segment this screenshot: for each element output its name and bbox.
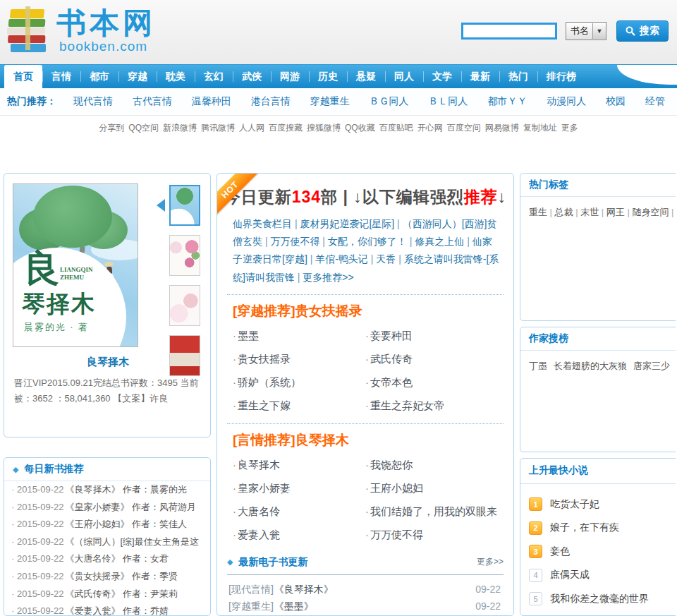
book-link[interactable]: 良琴择木 bbox=[233, 459, 365, 472]
book-link[interactable]: 女帝本色 bbox=[365, 376, 498, 389]
rank-row[interactable]: 4 庶偶天成 bbox=[529, 564, 676, 588]
recommend-link[interactable]: 修真之上仙 bbox=[415, 236, 472, 247]
share-link[interactable]: 更多 bbox=[561, 123, 578, 133]
recommend-link[interactable]: 废材男妃逆袭记[星际] bbox=[300, 218, 402, 229]
daily-list-item[interactable]: 2015-09-22《武氏传奇》 作者：尹茉莉 bbox=[4, 586, 210, 603]
rank-row[interactable]: 6 哑夫农妇 bbox=[529, 611, 676, 616]
nav-item[interactable]: 穿越 bbox=[118, 65, 157, 88]
daily-list-item[interactable]: 2015-09-22《皇家小娇妻》 作者：风荷游月 bbox=[4, 499, 210, 517]
tag-link[interactable]: 末世 bbox=[580, 207, 606, 217]
book-link[interactable]: 我饶恕你 bbox=[365, 459, 498, 472]
book-link[interactable]: 墨墨 bbox=[233, 330, 365, 343]
ebook-category[interactable]: [穿越重生] bbox=[228, 598, 274, 615]
author-link[interactable]: 唐家三少 bbox=[633, 361, 670, 371]
share-link[interactable]: 新浪微博 bbox=[163, 123, 197, 133]
subnav-item[interactable]: ＢＬ同人 bbox=[428, 95, 468, 107]
arrow-left-icon[interactable] bbox=[157, 199, 165, 212]
author-link[interactable]: 丁墨 bbox=[529, 361, 547, 371]
subnav-item[interactable]: 经管 bbox=[645, 95, 665, 107]
book-link[interactable]: 万万使不得 bbox=[365, 529, 498, 542]
nav-item[interactable]: 网游 bbox=[271, 65, 309, 88]
recommend-link[interactable]: 更多推荐>> bbox=[303, 272, 353, 283]
book-link[interactable]: 重生之下嫁 bbox=[233, 399, 365, 413]
share-link[interactable]: 人人网 bbox=[239, 123, 264, 133]
nav-item[interactable]: 最新 bbox=[461, 65, 499, 88]
nav-item[interactable]: 武侠 bbox=[233, 65, 271, 88]
share-link[interactable]: 分享到 bbox=[99, 123, 124, 133]
featured-book-cover[interactable]: 良 LIANGQIN ZHEMU 琴择木 晨雾的光 · 著 bbox=[13, 183, 138, 347]
rank-row[interactable]: 2 娘子，在下有疾 bbox=[529, 517, 676, 540]
nav-item[interactable]: 历史 bbox=[309, 65, 347, 88]
share-link[interactable]: 网易微博 bbox=[485, 123, 519, 133]
recommend-link[interactable]: 仙界美食栏目 bbox=[233, 218, 300, 229]
site-logo[interactable]: 书本网 bookben.com bbox=[7, 4, 156, 57]
book-link[interactable]: 我们结婚了，用我的双眼来 bbox=[365, 505, 498, 519]
recommend-link[interactable]: 女配，你们够了！ bbox=[328, 236, 415, 247]
thumbnail-3[interactable] bbox=[169, 285, 200, 326]
book-link[interactable]: 贵女扶摇录 bbox=[233, 353, 365, 366]
nav-item[interactable]: 热门 bbox=[499, 65, 537, 88]
nav-item[interactable]: 都市 bbox=[80, 65, 118, 88]
more-link[interactable]: 更多>> bbox=[477, 556, 504, 568]
share-link[interactable]: 开心网 bbox=[417, 123, 443, 133]
nav-item[interactable]: 首页 bbox=[4, 65, 42, 88]
daily-list-item[interactable]: 2015-09-22《（综同人）[综]最佳女主角是这 bbox=[4, 533, 210, 551]
subnav-item[interactable]: 温馨种田 bbox=[192, 95, 231, 107]
share-link[interactable]: 百度空间 bbox=[447, 123, 481, 133]
search-button[interactable]: 搜索 bbox=[616, 20, 669, 42]
nav-item[interactable]: 悬疑 bbox=[347, 65, 385, 88]
rank-row[interactable]: 3 妾色 bbox=[529, 540, 676, 564]
daily-list-item[interactable]: 2015-09-22《大唐名伶》 作者：女君 bbox=[4, 550, 210, 568]
book-link[interactable]: 妾要种田 bbox=[365, 330, 498, 343]
daily-list-item[interactable]: 2015-09-22《贵女扶摇录》 作者：季贤 bbox=[4, 568, 210, 586]
tag-link[interactable]: 网王 bbox=[606, 207, 633, 217]
book-link[interactable]: 武氏传奇 bbox=[365, 353, 498, 366]
subnav-item[interactable]: 校园 bbox=[606, 95, 626, 107]
crossover-recommend-title[interactable]: [穿越推荐]贵女扶摇录 bbox=[217, 299, 513, 320]
book-link[interactable]: 重生之弃妃女帝 bbox=[365, 399, 498, 413]
ebook-title[interactable]: 《墨墨》 bbox=[274, 598, 314, 615]
nav-item[interactable]: 文学 bbox=[423, 65, 461, 88]
subnav-item[interactable]: 古代言情 bbox=[133, 95, 172, 107]
book-link[interactable]: 皇家小娇妻 bbox=[233, 482, 365, 495]
subnav-item[interactable]: 港台言情 bbox=[251, 95, 291, 107]
subnav-item[interactable]: 都市ＹＹ bbox=[487, 95, 527, 107]
tag-link[interactable]: 随身空间 bbox=[632, 207, 676, 217]
daily-list-item[interactable]: 2015-09-22《爱妻入瓮》 作者：乔婧 bbox=[4, 603, 210, 616]
subnav-item[interactable]: ＢＧ同人 bbox=[369, 95, 408, 107]
book-link[interactable]: 骄妒（系统） bbox=[233, 376, 365, 389]
nav-item[interactable]: 耽美 bbox=[157, 65, 195, 88]
tag-link[interactable]: 总裁 bbox=[555, 207, 581, 217]
search-category-select[interactable]: 书名 ▼ bbox=[566, 22, 606, 40]
rank-row[interactable]: 5 我和你差之微毫的世界 bbox=[529, 587, 676, 611]
thumbnail-4[interactable] bbox=[169, 335, 200, 376]
subnav-item[interactable]: 穿越重生 bbox=[310, 95, 350, 107]
share-link[interactable]: 百度搜藏 bbox=[269, 123, 303, 133]
thumbnail-2[interactable] bbox=[169, 235, 200, 276]
share-link[interactable]: 复制地址 bbox=[523, 123, 557, 133]
recommend-link[interactable]: 万万使不得 bbox=[270, 236, 327, 247]
share-link[interactable]: 搜狐微博 bbox=[307, 123, 341, 133]
recommend-link[interactable]: 羊倌-鸭头记 bbox=[315, 253, 376, 265]
rank-row[interactable]: 1 吃货太子妃 bbox=[529, 493, 676, 517]
share-link[interactable]: 腾讯微博 bbox=[201, 123, 235, 133]
subnav-item[interactable]: 动漫同人 bbox=[547, 95, 586, 107]
ebook-title[interactable]: 《良琴择木》 bbox=[274, 581, 334, 598]
tag-link[interactable]: 重生 bbox=[529, 207, 555, 217]
share-link[interactable]: 百度贴吧 bbox=[379, 123, 413, 133]
nav-item[interactable]: 言情 bbox=[42, 65, 80, 88]
nav-item[interactable]: 玄幻 bbox=[195, 65, 233, 88]
share-link[interactable]: QQ空间 bbox=[128, 123, 159, 133]
daily-list-item[interactable]: 2015-09-22《王府小媳妇》 作者：笑佳人 bbox=[4, 516, 210, 533]
author-link[interactable]: 长着翅膀的大灰狼 bbox=[554, 361, 627, 371]
share-link[interactable]: QQ收藏 bbox=[345, 123, 375, 133]
nav-item[interactable]: 同人 bbox=[385, 65, 423, 88]
book-link[interactable]: 王府小媳妇 bbox=[365, 482, 498, 495]
daily-list-item[interactable]: 2015-09-22《良琴择木》 作者：晨雾的光 bbox=[4, 481, 210, 499]
thumbnail-1[interactable] bbox=[169, 185, 200, 226]
search-input[interactable] bbox=[461, 23, 557, 40]
nav-item[interactable]: 排行榜 bbox=[537, 65, 585, 88]
recommend-link[interactable]: 天香 bbox=[376, 253, 403, 265]
book-link[interactable]: 大唐名伶 bbox=[233, 505, 365, 519]
romance-recommend-title[interactable]: [言情推荐]良琴择木 bbox=[217, 428, 513, 449]
